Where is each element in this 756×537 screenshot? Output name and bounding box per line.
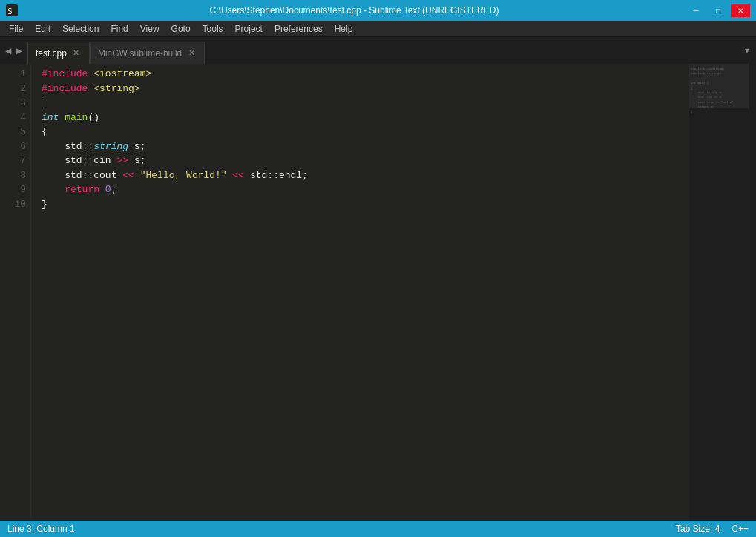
tab-close-mingw[interactable]: ✕ [186, 48, 197, 59]
language-mode: C++ [732, 524, 749, 534]
menu-file[interactable]: File [3, 21, 29, 36]
menu-bar: File Edit Selection Find View Goto Tools… [0, 21, 756, 37]
menu-selection[interactable]: Selection [56, 21, 105, 36]
tab-prev-button[interactable]: ◀ [3, 45, 13, 57]
editor-area: 1 2 3 4 5 6 7 8 9 10 #include <iostream>… [0, 64, 756, 521]
minimize-button[interactable]: ─ [686, 4, 706, 17]
code-line-7: std::cin >> s; [42, 154, 689, 168]
line-num-1: 1 [0, 67, 26, 82]
title-bar: S C:\Users\Stephen\Documents\test.cpp - … [0, 0, 756, 21]
code-line-3 [42, 96, 689, 111]
menu-view[interactable]: View [134, 21, 165, 36]
menu-preferences[interactable]: Preferences [269, 21, 329, 36]
tab-mingw[interactable]: MinGW.sublime-build ✕ [90, 42, 205, 64]
menu-edit[interactable]: Edit [29, 21, 56, 36]
tab-next-button[interactable]: ▶ [13, 45, 24, 57]
tab-bar: ◀ ▶ test.cpp ✕ MinGW.sublime-build ✕ ▾ [0, 37, 756, 64]
tab-navigation: ◀ ▶ [0, 37, 27, 64]
line-num-2: 2 [0, 82, 26, 96]
menu-help[interactable]: Help [329, 21, 359, 36]
vertical-scrollbar[interactable] [749, 64, 756, 521]
minimap[interactable]: #include <iostream> #include <string> in… [689, 64, 749, 521]
close-button[interactable]: ✕ [731, 4, 750, 17]
code-editor[interactable]: #include <iostream> #include <string> in… [31, 64, 689, 521]
status-bar: Line 3, Column 1 Tab Size: 4 C++ [0, 521, 756, 537]
line-num-6: 6 [0, 139, 26, 154]
maximize-button[interactable]: □ [709, 4, 728, 17]
code-line-1: #include <iostream> [42, 67, 689, 82]
line-numbers: 1 2 3 4 5 6 7 8 9 10 [0, 64, 31, 521]
app-icon: S [6, 4, 18, 16]
tab-test-cpp[interactable]: test.cpp ✕ [27, 42, 90, 64]
tab-dropdown-button[interactable]: ▾ [738, 37, 756, 64]
line-num-8: 8 [0, 168, 26, 183]
line-num-10: 10 [0, 197, 26, 212]
code-line-10: } [42, 197, 689, 212]
menu-tools[interactable]: Tools [197, 21, 229, 36]
cursor-position: Line 3, Column 1 [7, 524, 75, 534]
line-num-3: 3 [0, 96, 26, 111]
menu-find[interactable]: Find [105, 21, 134, 36]
window-controls: ─ □ ✕ [686, 4, 750, 17]
svg-text:S: S [7, 7, 13, 16]
line-num-5: 5 [0, 125, 26, 139]
tab-label-mingw: MinGW.sublime-build [98, 48, 182, 59]
line-num-7: 7 [0, 154, 26, 168]
code-line-6: std::string s; [42, 139, 689, 154]
code-line-5: { [42, 125, 689, 139]
minimap-preview: #include <iostream> #include <string> in… [689, 64, 749, 117]
code-line-4: int main() [42, 111, 689, 125]
line-num-9: 9 [0, 182, 26, 197]
code-line-9: return 0; [42, 182, 689, 197]
code-line-2: #include <string> [42, 82, 689, 96]
status-left: Line 3, Column 1 [7, 524, 75, 534]
menu-goto[interactable]: Goto [165, 21, 197, 36]
status-right: Tab Size: 4 C++ [676, 524, 749, 534]
tab-close-test-cpp[interactable]: ✕ [71, 48, 82, 59]
tab-label-test-cpp: test.cpp [36, 48, 67, 59]
menu-project[interactable]: Project [229, 21, 269, 36]
window-title: C:\Users\Stephen\Documents\test.cpp - Su… [22, 5, 686, 16]
line-num-4: 4 [0, 111, 26, 125]
code-line-8: std::cout << "Hello, World!" << std::end… [42, 168, 689, 183]
tab-size: Tab Size: 4 [676, 524, 720, 534]
